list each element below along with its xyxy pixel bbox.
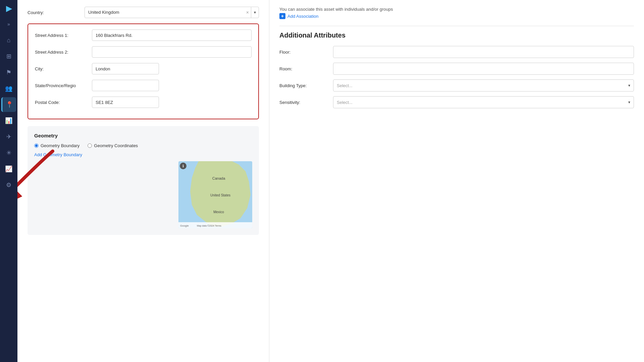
country-row: Country: United Kingdom × ▾ — [28, 7, 259, 18]
map-container: ℹ Canada United States — [178, 161, 252, 228]
settings-icon: ⚙ — [6, 181, 11, 189]
right-panel: You can associate this asset with indivi… — [269, 0, 644, 362]
plus-icon: + — [279, 13, 285, 19]
chart-icon: 📊 — [5, 117, 12, 124]
sidebar-item-home[interactable]: ⌂ — [1, 33, 16, 48]
additional-attributes-title: Additional Attributes — [279, 32, 634, 39]
asterisk-icon: ✳ — [6, 149, 11, 157]
geometry-title: Geometry — [34, 133, 252, 138]
radio-boundary-label[interactable]: Geometry Boundary — [34, 143, 79, 148]
sensitivity-arrow: ▾ — [628, 100, 630, 105]
sensitivity-placeholder: Select... — [337, 100, 628, 105]
geometry-radio-group: Geometry Boundary Geometry Coordinates — [34, 143, 252, 148]
postal-label: Postal Code: — [35, 100, 92, 105]
sidebar-item-barchart[interactable]: 📈 — [1, 162, 16, 176]
floor-input[interactable] — [333, 46, 634, 58]
layers-icon: ⊞ — [6, 53, 11, 60]
country-select[interactable]: United Kingdom × ▾ — [85, 7, 259, 18]
asset-association-description: You can associate this asset with indivi… — [279, 7, 634, 12]
location-icon: 📍 — [6, 101, 13, 108]
radio-coordinates-label[interactable]: Geometry Coordinates — [88, 143, 138, 148]
street1-row: Street Address 1: — [35, 29, 252, 41]
state-input[interactable] — [92, 80, 159, 91]
expand-icon: » — [7, 21, 10, 27]
room-row: Room: — [279, 63, 634, 75]
state-label: State/Province/Regio — [35, 83, 92, 88]
asset-association-section: You can associate this asset with indivi… — [279, 7, 634, 19]
geometry-section: Geometry Geometry Boundary Geometry Coor… — [28, 126, 259, 235]
sidebar-item-settings[interactable]: ⚙ — [1, 178, 16, 192]
street1-input[interactable] — [92, 29, 252, 41]
sidebar: ▶ » ⌂ ⊞ ⚑ 👥 📍 📊 ✈ ✳ 📈 ⚙ — [0, 0, 17, 362]
building-type-arrow: ▾ — [628, 83, 630, 88]
map-google-label: Google — [180, 224, 189, 227]
radio-boundary-text: Geometry Boundary — [41, 143, 79, 148]
sidebar-item-layers[interactable]: ⊞ — [1, 49, 16, 64]
flag-icon: ⚑ — [6, 69, 11, 76]
country-label: Country: — [28, 10, 85, 15]
sidebar-item-chart[interactable]: 📊 — [1, 113, 16, 128]
country-clear-icon[interactable]: × — [244, 10, 251, 15]
map-canada-label: Canada — [212, 176, 225, 180]
info-icon: ℹ — [182, 164, 184, 168]
city-input[interactable] — [92, 63, 159, 74]
country-dropdown-arrow[interactable]: ▾ — [251, 7, 259, 18]
street2-row: Street Address 2: — [35, 46, 252, 58]
divider — [279, 26, 634, 26]
room-label: Room: — [279, 66, 333, 71]
sidebar-logo[interactable]: ▶ — [0, 0, 17, 17]
city-label: City: — [35, 66, 92, 71]
building-type-select[interactable]: Select... ▾ — [333, 79, 634, 92]
sensitivity-label: Sensitivity: — [279, 100, 333, 105]
floor-label: Floor: — [279, 50, 333, 55]
map-us-label: United States — [210, 193, 230, 197]
map-svg: Canada United States Mexico Google Map d… — [178, 161, 252, 228]
additional-attributes-section: Additional Attributes Floor: Room: Build… — [279, 32, 634, 108]
plane-icon: ✈ — [6, 133, 11, 140]
room-input[interactable] — [333, 63, 634, 75]
city-row: City: — [35, 63, 252, 74]
home-icon: ⌂ — [7, 37, 11, 44]
sidebar-item-plane[interactable]: ✈ — [1, 129, 16, 144]
map-mexico-label: Mexico — [213, 210, 224, 214]
postal-row: Postal Code: — [35, 97, 252, 108]
logo-icon: ▶ — [6, 4, 12, 13]
radio-coordinates-text: Geometry Coordinates — [94, 143, 138, 148]
building-type-label: Building Type: — [279, 83, 333, 88]
radio-boundary[interactable] — [34, 143, 39, 148]
sidebar-item-location[interactable]: 📍 — [1, 97, 16, 112]
sensitivity-row: Sensitivity: Select... ▾ — [279, 96, 634, 108]
sensitivity-select[interactable]: Select... ▾ — [333, 96, 634, 108]
street1-label: Street Address 1: — [35, 33, 92, 38]
map-data-label: Map data ©2024 Terms — [197, 225, 221, 227]
street2-input[interactable] — [92, 46, 252, 58]
street2-label: Street Address 2: — [35, 50, 92, 55]
users-icon: 👥 — [5, 85, 12, 92]
sidebar-item-users[interactable]: 👥 — [1, 81, 16, 96]
add-association-label: Add Association — [287, 14, 319, 19]
sidebar-item-flag[interactable]: ⚑ — [1, 65, 16, 80]
map-image: Canada United States Mexico Google Map d… — [178, 161, 252, 228]
add-association-button[interactable]: + Add Association — [279, 13, 634, 19]
main-content: Country: United Kingdom × ▾ Street Addre… — [17, 0, 644, 362]
building-type-placeholder: Select... — [337, 83, 628, 88]
address-box: Street Address 1: Street Address 2: City… — [28, 23, 259, 119]
add-geometry-boundary-link[interactable]: Add Geometry Boundary — [34, 152, 252, 157]
annotation-arrow — [17, 141, 61, 201]
sidebar-expand-button[interactable]: » — [0, 19, 17, 29]
barchart-icon: 📈 — [5, 165, 12, 173]
floor-row: Floor: — [279, 46, 634, 58]
building-type-row: Building Type: Select... ▾ — [279, 79, 634, 92]
radio-coordinates[interactable] — [88, 143, 92, 148]
country-select-value: United Kingdom — [85, 7, 244, 18]
left-panel: Country: United Kingdom × ▾ Street Addre… — [17, 0, 269, 362]
postal-input[interactable] — [92, 97, 159, 108]
state-row: State/Province/Regio — [35, 80, 252, 91]
map-info-button[interactable]: ℹ — [180, 163, 186, 169]
sidebar-item-asterisk[interactable]: ✳ — [1, 145, 16, 160]
